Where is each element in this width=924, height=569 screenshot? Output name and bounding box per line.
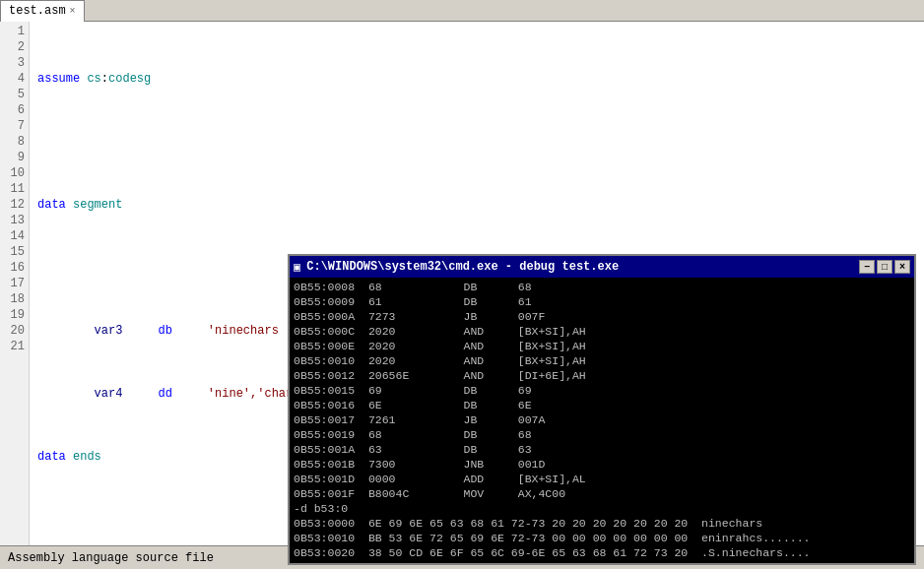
cmd-line-5: 0B55:000E 2020 AND [BX+SI],AH xyxy=(294,339,910,353)
cmd-line-11: 0B55:0019 68 DB 68 xyxy=(294,427,910,442)
cmd-line-12: 0B55:001A 63 DB 63 xyxy=(294,442,910,457)
cmd-line-18: 0B53:0010 BB 53 6E 72 65 69 6E 72-73 00 … xyxy=(294,531,910,545)
cmd-line-4: 0B55:000C 2020 AND [BX+SI],AH xyxy=(294,324,910,339)
cmd-line-14: 0B55:001D 0000 ADD [BX+SI],AL xyxy=(294,472,910,486)
code-line-1: assume cs:codesg xyxy=(37,71,916,87)
line-numbers: 1 2 3 4 5 6 7 8 9 10 11 12 13 14 15 16 1… xyxy=(0,22,30,545)
cmd-minimize-button[interactable]: − xyxy=(859,260,875,274)
tab-close-icon[interactable]: × xyxy=(70,6,76,17)
editor-container: test.asm × 1 2 3 4 5 6 7 8 9 10 11 12 13… xyxy=(0,0,924,569)
tab-label: test.asm xyxy=(9,4,66,18)
cmd-controls: − □ × xyxy=(859,260,910,274)
cmd-line-3: 0B55:000A 7273 JB 007F xyxy=(294,309,910,324)
cmd-line-20: 0B53:0030 20 20 20 65 6C 69 6E 65-72 61 … xyxy=(294,560,910,563)
cmd-line-19: 0B53:0020 38 50 CD 6E 6F 65 6C 69-6E 65 … xyxy=(294,545,910,560)
cmd-line-10: 0B55:0017 7261 JB 007A xyxy=(294,412,910,427)
cmd-maximize-button[interactable]: □ xyxy=(877,260,892,274)
file-tab[interactable]: test.asm × xyxy=(0,0,85,22)
cmd-window: ▣ C:\WINDOWS\system32\cmd.exe - debug te… xyxy=(288,254,916,565)
tab-bar: test.asm × xyxy=(0,0,924,22)
cmd-line-1: 0B55:0008 68 DB 68 xyxy=(294,280,910,294)
cmd-line-7: 0B55:0012 20656E AND [DI+6E],AH xyxy=(294,368,910,383)
cmd-line-16: -d b53:0 xyxy=(294,501,910,516)
cmd-line-8: 0B55:0015 69 DB 69 xyxy=(294,383,910,398)
cmd-line-17: 0B53:0000 6E 69 6E 65 63 68 61 72-73 20 … xyxy=(294,516,910,531)
cmd-close-button[interactable]: × xyxy=(894,260,910,274)
cmd-body: 0B55:0008 68 DB 68 0B55:0009 61 DB 61 0B… xyxy=(290,278,914,563)
cmd-line-13: 0B55:001B 7300 JNB 001D xyxy=(294,457,910,472)
cmd-title-bar[interactable]: ▣ C:\WINDOWS\system32\cmd.exe - debug te… xyxy=(290,256,914,278)
cmd-line-9: 0B55:0016 6E DB 6E xyxy=(294,398,910,412)
code-line-3: data segment xyxy=(37,197,916,213)
cmd-line-2: 0B55:0009 61 DB 61 xyxy=(294,294,910,309)
code-line-2 xyxy=(37,134,916,150)
cmd-icon: ▣ xyxy=(294,260,300,275)
cmd-title-text: C:\WINDOWS\system32\cmd.exe - debug test… xyxy=(306,260,859,274)
cmd-line-6: 0B55:0010 2020 AND [BX+SI],AH xyxy=(294,353,910,368)
cmd-line-15: 0B55:001F B8004C MOV AX,4C00 xyxy=(294,486,910,501)
